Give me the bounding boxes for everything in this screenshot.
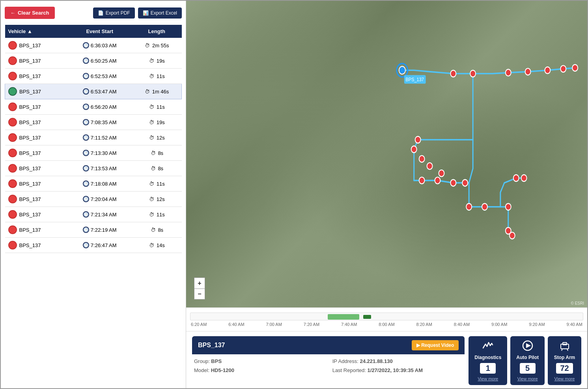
- duration-icon: ⏱: [144, 88, 151, 95]
- time-label-940: 9:40 AM: [567, 322, 582, 327]
- time-cell: 🕐 7:26:47 AM: [67, 238, 132, 253]
- table-row[interactable]: BPS_137 🕐 6:36:03 AM ⏱ 2m 55s: [5, 38, 182, 53]
- clock-icon: 🕐: [83, 88, 89, 95]
- table-row[interactable]: BPS_137 🕐 6:50:25 AM ⏱ 19s: [5, 53, 182, 69]
- diagnostics-label: Diagnostics: [474, 355, 501, 360]
- table-header-row: Vehicle ▲ Event Start Length: [5, 25, 182, 38]
- info-details: Group: BPS IP Address: 24.221.88.130 Mod…: [192, 358, 465, 373]
- time-value: 6:52:53 AM: [91, 73, 117, 79]
- timeline-labels: 6:20 AM 6:40 AM 7:00 AM 7:20 AM 7:40 AM …: [190, 322, 583, 327]
- clock-icon: 🕐: [83, 73, 89, 79]
- export-excel-button[interactable]: 📊 Export Excel: [138, 7, 182, 19]
- length-cell: ⏱ 11s: [132, 176, 181, 192]
- export-pdf-button[interactable]: 📄 Export PDF: [93, 7, 135, 19]
- timeline-bar-main: [328, 314, 359, 320]
- length-cell: ⏱ 19s: [132, 53, 181, 69]
- vehicle-cell: BPS_137: [5, 38, 68, 53]
- table-row[interactable]: BPS_137 🕐 7:13:53 AM ⏱ 8s: [5, 161, 182, 176]
- timeline-track[interactable]: [190, 313, 583, 320]
- clock-icon: 🕐: [83, 134, 89, 141]
- table-row[interactable]: BPS_137 🕐 7:26:47 AM ⏱ 14s: [5, 238, 182, 253]
- vehicle-dot: [8, 149, 17, 157]
- length-value: 12s: [157, 196, 165, 202]
- col-event-start[interactable]: Event Start: [67, 25, 132, 38]
- pdf-icon: 📄: [98, 10, 104, 16]
- table-row[interactable]: BPS_137 🕐 7:22:19 AM ⏱ 8s: [5, 222, 182, 238]
- length-value: 8s: [158, 150, 163, 156]
- vehicle-dot: [8, 133, 17, 142]
- vehicle-cell: BPS_137: [5, 161, 68, 176]
- duration-icon: ⏱: [150, 227, 156, 233]
- vehicle-cell: BPS_137: [5, 145, 68, 161]
- table-row[interactable]: BPS_137 🕐 6:52:53 AM ⏱ 11s: [5, 69, 182, 84]
- main-container: ← Clear Search 📄 Export PDF 📊 Export Exc…: [0, 0, 588, 389]
- length-value: 12s: [157, 135, 165, 141]
- model-value: HD5-1200: [211, 367, 234, 373]
- length-cell: ⏱ 14s: [132, 238, 181, 253]
- duration-icon: ⏱: [149, 242, 155, 248]
- table-row[interactable]: BPS_137 🕐 7:18:08 AM ⏱ 11s: [5, 176, 182, 192]
- request-video-button[interactable]: ▶ Request Video: [412, 340, 459, 350]
- info-panel: BPS_137 ▶ Request Video Group: BPS IP Ad…: [186, 331, 587, 388]
- last-reported-label: Last Reported: 1/27/2022, 10:39:35 AM: [332, 367, 463, 373]
- table-row[interactable]: BPS_137 🕐 7:08:35 AM ⏱ 19s: [5, 115, 182, 130]
- time-label-900: 9:00 AM: [491, 322, 507, 327]
- vehicle-cell: BPS_137: [5, 115, 68, 130]
- length-cell: ⏱ 11s: [132, 207, 181, 222]
- time-label-740: 7:40 AM: [341, 322, 357, 327]
- model-label: Model: HD5-1200: [194, 367, 325, 373]
- autopilot-label: Auto Pilot: [516, 355, 539, 360]
- clock-icon: 🕐: [83, 227, 89, 233]
- vehicle-cell: BPS_137: [5, 130, 68, 145]
- info-header: BPS_137 ▶ Request Video: [192, 336, 465, 354]
- vehicle-name-text: BPS_137: [19, 196, 41, 202]
- length-cell: ⏱ 8s: [132, 145, 181, 161]
- duration-icon: ⏱: [150, 150, 156, 156]
- time-cell: 🕐 7:21:34 AM: [67, 207, 132, 222]
- clear-search-button[interactable]: ← Clear Search: [5, 7, 55, 19]
- duration-icon: ⏱: [150, 165, 156, 171]
- time-value: 7:26:47 AM: [91, 242, 117, 248]
- vehicle-table: Vehicle ▲ Event Start Length: [5, 25, 182, 253]
- time-cell: 🕐 6:53:47 AM: [67, 84, 132, 99]
- zoom-in-button[interactable]: +: [194, 277, 205, 288]
- action-btn-diagnostics[interactable]: Diagnostics 1 View more: [469, 336, 507, 385]
- vehicle-dot: [8, 210, 17, 219]
- action-btn-autopilot[interactable]: Auto Pilot 5 View more: [510, 336, 545, 385]
- length-value: 11s: [157, 212, 165, 218]
- autopilot-count: 5: [520, 363, 536, 374]
- length-cell: ⏱ 12s: [132, 192, 181, 207]
- table-row[interactable]: BPS_137 🕐 6:53:47 AM ⏱ 1m 46s: [5, 84, 182, 99]
- length-value: 2m 55s: [152, 43, 169, 48]
- group-value: BPS: [211, 358, 222, 364]
- length-value: 8s: [158, 166, 163, 171]
- vehicle-cell: BPS_137: [5, 53, 68, 69]
- export-excel-label: Export Excel: [151, 10, 177, 16]
- diagnostics-icon: [482, 340, 493, 353]
- table-row[interactable]: BPS_137 🕐 7:20:04 AM ⏱ 12s: [5, 192, 182, 207]
- autopilot-view-more[interactable]: View more: [517, 376, 538, 381]
- table-row[interactable]: BPS_137 🕐 6:56:20 AM ⏱ 11s: [5, 99, 182, 115]
- table-row[interactable]: BPS_137 🕐 7:13:30 AM ⏱ 8s: [5, 145, 182, 161]
- duration-icon: ⏱: [144, 42, 151, 48]
- time-value: 7:13:30 AM: [91, 150, 117, 156]
- zoom-out-button[interactable]: −: [194, 288, 205, 300]
- length-value: 19s: [157, 119, 165, 125]
- action-btn-stoparm[interactable]: Stop Arm 72 View more: [548, 336, 581, 385]
- vehicle-name-text: BPS_137: [19, 181, 41, 187]
- table-row[interactable]: BPS_137 🕐 7:21:34 AM ⏱ 11s: [5, 207, 182, 222]
- esri-credit: © ESRI: [571, 301, 584, 305]
- length-cell: ⏱ 12s: [132, 130, 181, 145]
- duration-icon: ⏱: [149, 134, 155, 141]
- col-vehicle[interactable]: Vehicle ▲: [5, 25, 68, 38]
- table-row[interactable]: BPS_137 🕐 7:11:52 AM ⏱ 12s: [5, 130, 182, 145]
- vehicle-name-text: BPS_137: [19, 166, 41, 171]
- time-value: 7:21:34 AM: [91, 212, 117, 218]
- stoparm-view-more[interactable]: View more: [554, 376, 575, 381]
- vehicle-cell: BPS_137: [5, 238, 68, 253]
- diagnostics-view-more[interactable]: View more: [478, 376, 498, 381]
- time-value: 7:20:04 AM: [91, 196, 117, 202]
- length-value: 11s: [157, 73, 165, 79]
- time-value: 7:11:52 AM: [91, 135, 117, 141]
- col-length[interactable]: Length: [132, 25, 181, 38]
